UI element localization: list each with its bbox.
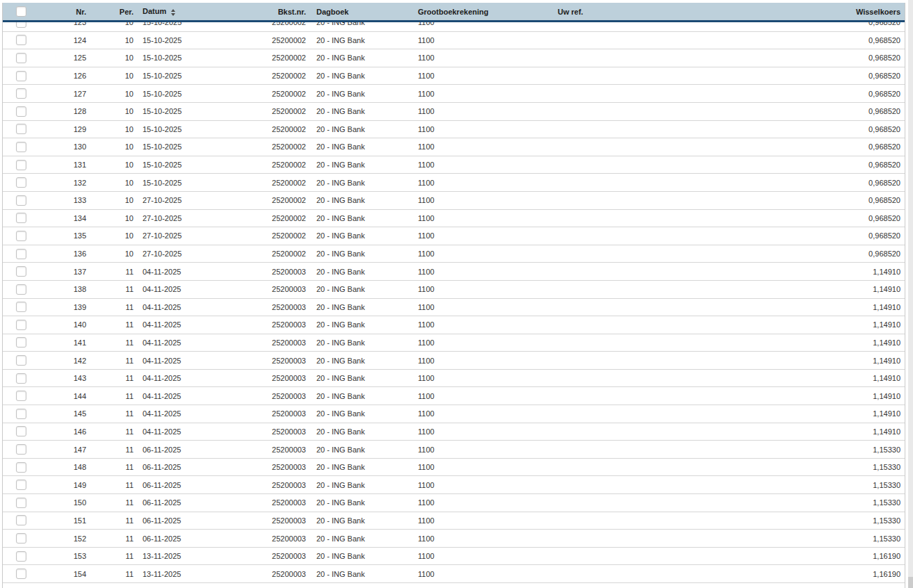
column-header-per[interactable]: Per. [86, 8, 134, 16]
cell-wisselkoers: 0,968520 [763, 161, 905, 169]
cell-datum: 04-11-2025 [134, 285, 239, 293]
row-checkbox[interactable] [16, 266, 26, 277]
table-row[interactable]: 130 10 15-10-2025 25200002 20 - ING Bank… [3, 138, 905, 156]
row-checkbox[interactable] [16, 195, 26, 206]
column-header-datum[interactable]: Datum [134, 7, 239, 15]
row-checkbox[interactable] [16, 320, 26, 330]
column-header-wisselkoers[interactable]: Wisselkoers [763, 8, 905, 16]
row-checkbox-cell [3, 426, 42, 436]
table-row[interactable]: 124 10 15-10-2025 25200002 20 - ING Bank… [3, 32, 905, 50]
row-checkbox[interactable] [16, 124, 26, 134]
cell-wisselkoers: 1,14910 [763, 285, 905, 293]
table-row[interactable]: 152 11 06-11-2025 25200003 20 - ING Bank… [3, 530, 905, 548]
table-row[interactable]: 142 11 04-11-2025 25200003 20 - ING Bank… [3, 352, 905, 370]
row-checkbox[interactable] [16, 373, 26, 384]
cell-bkstnr: 25200003 [239, 516, 306, 525]
table-body: 123 10 15-10-2025 25200002 20 - ING Bank… [3, 22, 905, 583]
cell-grootboekrekening: 1100 [416, 54, 555, 62]
table-row[interactable]: 125 10 15-10-2025 25200002 20 - ING Bank… [3, 49, 905, 67]
column-header-uwref[interactable]: Uw ref. [555, 8, 763, 16]
row-checkbox[interactable] [16, 426, 26, 436]
table-row[interactable]: 154 11 13-11-2025 25200003 20 - ING Bank… [3, 565, 905, 583]
column-header-dagboek[interactable]: Dagboek [306, 8, 416, 16]
vertical-scrollbar-track[interactable] [908, 0, 913, 588]
row-checkbox[interactable] [16, 337, 26, 348]
table-row[interactable]: 128 10 15-10-2025 25200002 20 - ING Bank… [3, 103, 905, 121]
row-checkbox[interactable] [16, 284, 26, 295]
table-row[interactable]: 126 10 15-10-2025 25200002 20 - ING Bank… [3, 67, 905, 85]
table-row[interactable]: 132 10 15-10-2025 25200002 20 - ING Bank… [3, 174, 905, 192]
row-checkbox[interactable] [16, 355, 26, 366]
cell-nr: 131 [42, 161, 86, 169]
table-row[interactable]: 136 10 27-10-2025 25200002 20 - ING Bank… [3, 245, 905, 263]
table-row[interactable]: 135 10 27-10-2025 25200002 20 - ING Bank… [3, 227, 905, 245]
table-row[interactable]: 151 11 06-11-2025 25200003 20 - ING Bank… [3, 512, 905, 530]
row-checkbox[interactable] [16, 142, 26, 152]
row-checkbox[interactable] [16, 498, 26, 508]
table-row[interactable]: 134 10 27-10-2025 25200002 20 - ING Bank… [3, 210, 905, 228]
row-checkbox[interactable] [16, 106, 26, 117]
cell-datum: 04-11-2025 [134, 268, 239, 276]
table-row[interactable]: 127 10 15-10-2025 25200002 20 - ING Bank… [3, 85, 905, 103]
table-row[interactable]: 149 11 06-11-2025 25200003 20 - ING Bank… [3, 476, 905, 494]
row-checkbox[interactable] [16, 551, 26, 562]
row-checkbox[interactable] [16, 391, 26, 401]
row-checkbox[interactable] [16, 160, 26, 170]
row-checkbox[interactable] [16, 462, 26, 473]
row-checkbox[interactable] [16, 569, 26, 579]
row-checkbox[interactable] [16, 213, 26, 223]
cell-dagboek: 20 - ING Bank [306, 481, 416, 489]
table-row[interactable]: 123 10 15-10-2025 25200002 20 - ING Bank… [3, 22, 905, 32]
cell-nr: 148 [42, 463, 86, 471]
row-checkbox[interactable] [16, 177, 26, 188]
select-all-checkbox[interactable] [16, 6, 26, 17]
table-row[interactable]: 139 11 04-11-2025 25200003 20 - ING Bank… [3, 299, 905, 317]
column-header-bkstnr[interactable]: Bkst.nr. [239, 8, 306, 16]
vertical-scrollbar-thumb[interactable] [908, 577, 913, 588]
cell-datum: 15-10-2025 [134, 36, 239, 44]
cell-dagboek: 20 - ING Bank [306, 107, 416, 115]
row-checkbox[interactable] [16, 35, 26, 45]
row-checkbox[interactable] [16, 480, 26, 490]
table-row[interactable]: 131 10 15-10-2025 25200002 20 - ING Bank… [3, 156, 905, 174]
cell-wisselkoers: 1,16190 [763, 552, 905, 560]
row-checkbox[interactable] [16, 515, 26, 525]
table-row[interactable]: 129 10 15-10-2025 25200002 20 - ING Bank… [3, 121, 905, 139]
cell-grootboekrekening: 1100 [416, 125, 555, 133]
table-row[interactable]: 147 11 06-11-2025 25200003 20 - ING Bank… [3, 441, 905, 459]
table-row[interactable]: 138 11 04-11-2025 25200003 20 - ING Bank… [3, 281, 905, 299]
table-row[interactable]: 145 11 04-11-2025 25200003 20 - ING Bank… [3, 405, 905, 423]
cell-grootboekrekening: 1100 [416, 516, 555, 525]
cell-wisselkoers: 0,968520 [763, 214, 905, 222]
row-checkbox[interactable] [16, 71, 26, 81]
row-checkbox[interactable] [16, 444, 26, 455]
table-row[interactable]: 153 11 13-11-2025 25200003 20 - ING Bank… [3, 548, 905, 566]
table-row[interactable]: 146 11 04-11-2025 25200003 20 - ING Bank… [3, 423, 905, 441]
row-checkbox[interactable] [16, 249, 26, 259]
row-checkbox[interactable] [16, 302, 26, 312]
table-row[interactable]: 148 11 06-11-2025 25200003 20 - ING Bank… [3, 459, 905, 477]
table-row[interactable]: 150 11 06-11-2025 25200003 20 - ING Bank… [3, 494, 905, 512]
row-checkbox-cell [3, 160, 42, 170]
row-checkbox[interactable] [16, 409, 26, 419]
table-row[interactable]: 143 11 04-11-2025 25200003 20 - ING Bank… [3, 370, 905, 388]
row-checkbox[interactable] [16, 22, 26, 28]
cell-bkstnr: 25200003 [239, 427, 306, 436]
row-checkbox[interactable] [16, 88, 26, 99]
table-row[interactable]: 133 10 27-10-2025 25200002 20 - ING Bank… [3, 192, 905, 210]
cell-datum: 04-11-2025 [134, 374, 239, 382]
table-row[interactable]: 141 11 04-11-2025 25200003 20 - ING Bank… [3, 334, 905, 352]
table-row[interactable]: 140 11 04-11-2025 25200003 20 - ING Bank… [3, 316, 905, 334]
cell-dagboek: 20 - ING Bank [306, 374, 416, 382]
row-checkbox[interactable] [16, 53, 26, 63]
column-header-nr[interactable]: Nr. [42, 8, 86, 16]
column-header-grootboekrekening[interactable]: Grootboekrekening [416, 8, 555, 16]
table-row[interactable]: 137 11 04-11-2025 25200003 20 - ING Bank… [3, 263, 905, 281]
row-checkbox[interactable] [16, 533, 26, 544]
cell-datum: 04-11-2025 [134, 303, 239, 311]
cell-dagboek: 20 - ING Bank [306, 570, 416, 578]
cell-grootboekrekening: 1100 [416, 320, 555, 329]
row-checkbox[interactable] [16, 231, 26, 241]
table-row[interactable]: 144 11 04-11-2025 25200003 20 - ING Bank… [3, 387, 905, 405]
cell-per: 11 [86, 374, 134, 382]
